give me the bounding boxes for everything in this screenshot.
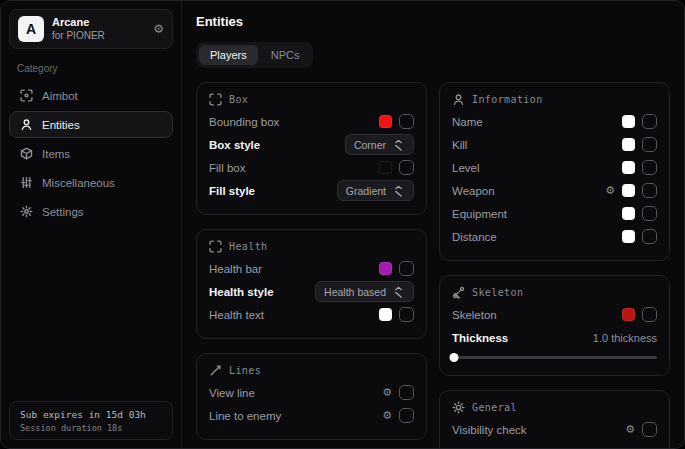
checkbox[interactable] xyxy=(642,114,657,129)
setting-label: Name xyxy=(452,116,483,128)
checkbox[interactable] xyxy=(399,385,414,400)
gear-icon[interactable]: ⚙ xyxy=(382,387,392,398)
checkbox[interactable] xyxy=(399,261,414,276)
color-swatch[interactable] xyxy=(379,115,392,128)
brand-card: A Arcane for PIONER ⚙ xyxy=(9,9,173,49)
setting-row: Skeleton xyxy=(452,303,657,326)
tab-players[interactable]: Players xyxy=(199,45,258,65)
left-column: BoxBounding boxBox styleCornerFill boxFi… xyxy=(196,82,427,440)
scan-corners-icon xyxy=(209,240,222,253)
setting-label: Equipment xyxy=(452,208,507,220)
panel-title: Information xyxy=(472,94,543,105)
chevron-up-down-icon xyxy=(392,285,405,298)
app-window: A Arcane for PIONER ⚙ Category AimbotEnt… xyxy=(0,0,685,449)
setting-controls xyxy=(622,307,657,322)
slider-label: Thickness xyxy=(452,332,508,344)
setting-controls: ⚙ xyxy=(605,183,657,198)
gear-icon[interactable]: ⚙ xyxy=(605,185,615,196)
color-swatch[interactable] xyxy=(622,138,635,151)
panel-grid: BoxBounding boxBox styleCornerFill boxFi… xyxy=(196,82,670,448)
setting-controls: ⚙ xyxy=(382,408,414,423)
dropdown-value: Corner xyxy=(354,139,386,151)
brand-text: Arcane for PIONER xyxy=(52,16,145,42)
setting-label: Kill xyxy=(452,139,467,151)
health-style-dropdown[interactable]: Health based xyxy=(315,281,414,302)
setting-label: View line xyxy=(209,387,255,399)
setting-label: Distance xyxy=(452,231,497,243)
setting-label: Level xyxy=(452,162,480,174)
setting-row: Bounding box xyxy=(209,110,414,133)
setting-row: Name xyxy=(452,110,657,133)
color-swatch[interactable] xyxy=(379,262,392,275)
setting-label: Health style xyxy=(209,286,274,298)
gear-icon[interactable]: ⚙ xyxy=(382,410,392,421)
color-swatch[interactable] xyxy=(622,115,635,128)
sidebar-item-aimbot[interactable]: Aimbot xyxy=(9,82,173,109)
setting-row: Level xyxy=(452,156,657,179)
gear-icon[interactable]: ⚙ xyxy=(153,22,164,36)
tab-bar: PlayersNPCs xyxy=(196,42,313,68)
setting-controls: ⚙ xyxy=(625,422,657,437)
sidebar-item-label: Items xyxy=(42,148,70,160)
color-swatch[interactable] xyxy=(622,161,635,174)
panel-title: Health xyxy=(229,241,268,252)
sidebar-item-miscellaneous[interactable]: Miscellaneous xyxy=(9,169,173,196)
checkbox[interactable] xyxy=(642,229,657,244)
checkbox[interactable] xyxy=(642,137,657,152)
setting-row: View line⚙ xyxy=(209,381,414,404)
setting-controls xyxy=(379,114,414,129)
setting-row: Fill styleGradient xyxy=(209,179,414,202)
cube-icon xyxy=(20,147,33,160)
color-swatch[interactable] xyxy=(622,230,635,243)
page-title: Entities xyxy=(196,14,670,29)
category-label: Category xyxy=(17,63,173,74)
slider[interactable] xyxy=(452,351,657,363)
setting-controls xyxy=(622,206,657,221)
checkbox[interactable] xyxy=(642,307,657,322)
fill-style-dropdown[interactable]: Gradient xyxy=(337,180,414,201)
setting-row: Weapon⚙ xyxy=(452,179,657,202)
checkbox[interactable] xyxy=(399,114,414,129)
entities-icon xyxy=(20,118,33,131)
color-swatch[interactable] xyxy=(622,207,635,220)
setting-label: Fill box xyxy=(209,162,245,174)
checkbox[interactable] xyxy=(642,206,657,221)
brand-subtitle: for PIONER xyxy=(52,30,145,43)
setting-label: Line to enemy xyxy=(209,410,281,422)
sidebar-item-items[interactable]: Items xyxy=(9,140,173,167)
color-swatch[interactable] xyxy=(622,308,635,321)
color-swatch[interactable] xyxy=(622,184,635,197)
sidebar: A Arcane for PIONER ⚙ Category AimbotEnt… xyxy=(1,1,182,448)
gear-icon[interactable]: ⚙ xyxy=(625,424,635,435)
tab-npcs[interactable]: NPCs xyxy=(260,45,311,65)
checkbox[interactable] xyxy=(642,422,657,437)
checkbox[interactable] xyxy=(642,160,657,175)
brand-name: Arcane xyxy=(52,16,145,30)
brand-logo: A xyxy=(18,16,44,42)
sidebar-item-settings[interactable]: Settings xyxy=(9,198,173,225)
color-swatch[interactable] xyxy=(379,161,392,174)
setting-row: Thickness1.0 thickness xyxy=(452,326,657,349)
sidebar-nav: AimbotEntitiesItemsMiscellaneousSettings xyxy=(9,82,173,225)
setting-row: Health text xyxy=(209,303,414,326)
setting-row: Kill xyxy=(452,133,657,156)
sidebar-item-entities[interactable]: Entities xyxy=(9,111,173,138)
setting-row: Health bar xyxy=(209,257,414,280)
checkbox[interactable] xyxy=(399,408,414,423)
setting-label: Health text xyxy=(209,309,264,321)
setting-controls xyxy=(379,160,414,175)
checkbox[interactable] xyxy=(399,307,414,322)
slider-thumb[interactable] xyxy=(450,353,459,362)
skeleton-panel: SkeletonSkeletonThickness1.0 thickness xyxy=(439,275,670,376)
color-swatch[interactable] xyxy=(379,308,392,321)
session-duration-text: Session duration 18s xyxy=(20,423,162,433)
checkbox[interactable] xyxy=(399,160,414,175)
right-column: InformationNameKillLevelWeapon⚙Equipment… xyxy=(439,82,670,448)
box-style-dropdown[interactable]: Corner xyxy=(345,134,414,155)
panel-title: Lines xyxy=(229,365,261,376)
panel-header: Lines xyxy=(209,364,414,377)
sidebar-item-label: Aimbot xyxy=(42,90,78,102)
checkbox[interactable] xyxy=(642,183,657,198)
slider-value: 1.0 thickness xyxy=(593,332,657,344)
line-icon xyxy=(209,364,222,377)
